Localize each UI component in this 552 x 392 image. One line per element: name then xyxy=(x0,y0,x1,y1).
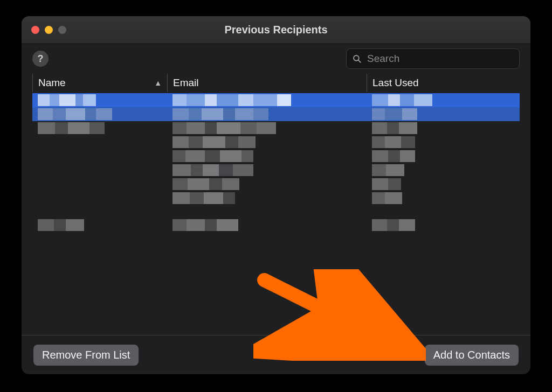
table-row[interactable] xyxy=(32,205,520,218)
table-row[interactable] xyxy=(32,107,520,121)
column-label: Email xyxy=(173,77,199,89)
footer: Remove From List Add to Contacts xyxy=(22,335,530,374)
column-header-last-used[interactable]: Last Used xyxy=(367,74,520,92)
column-header-name[interactable]: Name ▲ xyxy=(32,74,167,92)
column-label: Name xyxy=(38,77,66,89)
search-input[interactable] xyxy=(366,52,514,65)
close-icon[interactable] xyxy=(31,26,39,34)
redacted-text xyxy=(172,163,253,177)
search-field[interactable] xyxy=(346,48,520,69)
svg-line-1 xyxy=(358,60,361,62)
table-row[interactable] xyxy=(32,191,520,205)
titlebar: Previous Recipients xyxy=(22,16,530,44)
remove-from-list-button[interactable]: Remove From List xyxy=(33,345,139,366)
redacted-text xyxy=(372,93,432,107)
redacted-text xyxy=(172,149,253,163)
zoom-icon[interactable] xyxy=(58,26,66,34)
redacted-text xyxy=(172,135,256,149)
table-row[interactable] xyxy=(32,93,520,107)
table-row[interactable] xyxy=(32,163,520,177)
window-title: Previous Recipients xyxy=(22,24,530,36)
redacted-text xyxy=(372,135,415,149)
help-button[interactable]: ? xyxy=(32,51,49,67)
redacted-text xyxy=(172,107,268,121)
table-header: Name ▲ Email Last Used xyxy=(32,74,520,92)
redacted-text xyxy=(38,93,96,107)
redacted-text xyxy=(372,121,417,135)
redacted-text xyxy=(38,121,105,135)
redacted-text xyxy=(372,177,401,191)
redacted-text xyxy=(372,163,404,177)
redacted-text xyxy=(372,107,417,121)
column-label: Last Used xyxy=(372,77,419,89)
redacted-text xyxy=(172,218,238,232)
svg-point-0 xyxy=(354,55,359,61)
previous-recipients-window: Previous Recipients ? Name ▲ Email Last … xyxy=(22,16,530,374)
table-row[interactable] xyxy=(32,135,520,149)
redacted-text xyxy=(372,218,415,232)
redacted-text xyxy=(38,107,112,121)
toolbar: ? xyxy=(22,44,530,74)
table-row[interactable] xyxy=(32,149,520,163)
table-row[interactable] xyxy=(32,177,520,191)
redacted-text xyxy=(372,149,415,163)
redacted-text xyxy=(172,121,276,135)
table-row[interactable] xyxy=(32,121,520,135)
recipients-table: Name ▲ Email Last Used xyxy=(22,74,530,232)
add-to-contacts-button[interactable]: Add to Contacts xyxy=(425,345,519,366)
table-row[interactable] xyxy=(32,218,520,232)
table-body xyxy=(32,93,520,232)
sort-ascending-icon: ▲ xyxy=(154,79,162,87)
redacted-text xyxy=(172,191,235,205)
column-header-email[interactable]: Email xyxy=(167,74,367,92)
redacted-text xyxy=(372,191,402,205)
redacted-text xyxy=(172,177,239,191)
window-controls xyxy=(31,26,66,34)
redacted-text xyxy=(38,218,84,232)
redacted-text xyxy=(172,93,291,107)
search-icon xyxy=(352,54,362,64)
minimize-icon[interactable] xyxy=(45,26,53,34)
